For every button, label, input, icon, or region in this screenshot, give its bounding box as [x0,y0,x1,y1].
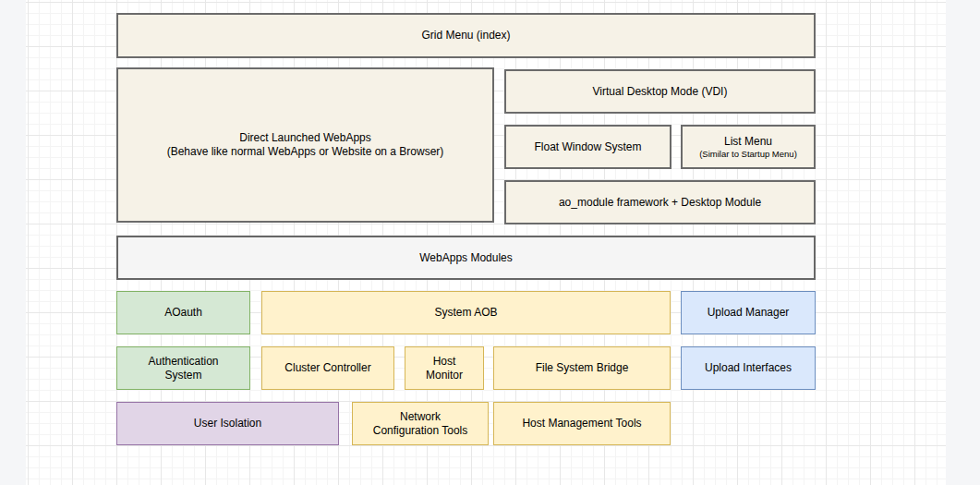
node-webapps-modules-label: WebApps Modules [419,251,513,265]
node-list-menu-label: (Similar to Startup Menu) [699,149,797,160]
node-aoauth[interactable]: AOauth [116,291,250,334]
node-upload-manager-label: Upload Manager [708,306,790,320]
node-webapps-modules[interactable]: WebApps Modules [116,236,816,280]
node-upload-interfaces[interactable]: Upload Interfaces [681,346,816,390]
node-host-monitor-label: Monitor [426,369,463,382]
node-system-aob-label: System AOB [434,306,497,320]
node-cluster-controller-label: Cluster Controller [284,361,370,375]
node-cluster-controller[interactable]: Cluster Controller [261,346,394,390]
node-authentication-system-label: Authentication [148,355,218,369]
node-list-menu[interactable]: List Menu(Similar to Startup Menu) [681,125,816,169]
node-direct-webapps-label: Direct Launched WebApps [239,131,371,145]
node-host-management-tools-label: Host Management Tools [522,417,641,430]
node-authentication-system-label: System [164,369,201,382]
node-network-config-tools-label: Configuration Tools [373,424,468,438]
node-grid-menu-label: Grid Menu (index) [421,29,510,42]
node-file-system-bridge-label: File System Bridge [536,361,629,375]
node-user-isolation-label: User Isolation [194,417,261,430]
node-authentication-system[interactable]: AuthenticationSystem [116,346,250,390]
node-system-aob[interactable]: System AOB [261,291,671,334]
node-host-monitor-label: Host [433,355,456,369]
node-upload-manager[interactable]: Upload Manager [681,291,816,334]
node-aoauth-label: AOauth [164,306,202,320]
node-user-isolation[interactable]: User Isolation [116,402,339,445]
left-gutter [0,0,26,485]
node-upload-interfaces-label: Upload Interfaces [705,361,792,375]
node-network-config-tools-label: Network [400,410,441,424]
node-virtual-desktop-mode[interactable]: Virtual Desktop Mode (VDI) [504,69,816,114]
node-ao-module-framework-label: ao_module framework + Desktop Module [559,196,761,210]
node-direct-webapps-label: (Behave like normal WebApps or Website o… [167,145,444,159]
node-network-config-tools[interactable]: NetworkConfiguration Tools [352,402,489,445]
node-host-management-tools[interactable]: Host Management Tools [493,402,671,445]
drawio-canvas-area: Grid Menu (index)Direct Launched WebApps… [0,0,980,485]
node-list-menu-label: List Menu [724,135,772,149]
node-ao-module-framework[interactable]: ao_module framework + Desktop Module [504,180,816,224]
node-direct-webapps[interactable]: Direct Launched WebApps(Behave like norm… [116,67,494,223]
node-host-monitor[interactable]: HostMonitor [405,346,484,390]
node-grid-menu[interactable]: Grid Menu (index) [116,13,816,58]
node-file-system-bridge[interactable]: File System Bridge [493,346,671,390]
right-gutter [946,0,980,485]
node-float-window-system[interactable]: Float Window System [504,125,671,169]
node-virtual-desktop-mode-label: Virtual Desktop Mode (VDI) [593,85,728,99]
node-float-window-system-label: Float Window System [534,140,641,154]
